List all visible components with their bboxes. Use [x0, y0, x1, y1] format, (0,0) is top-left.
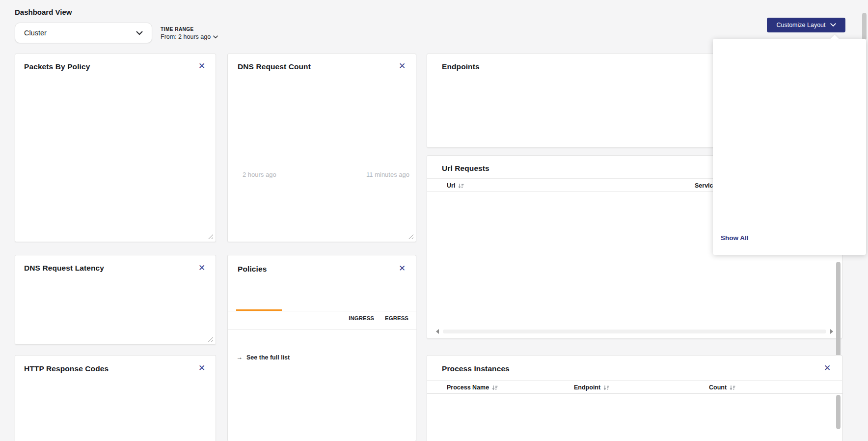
divider	[228, 329, 417, 330]
column-header-url[interactable]: Url	[447, 179, 464, 193]
x-axis-label-left: 2 hours ago	[243, 171, 276, 178]
card-title: DNS Request Latency	[24, 264, 104, 273]
column-header-process-name[interactable]: Process Name	[447, 381, 498, 394]
http-response-codes-card: HTTP Response Codes	[15, 355, 216, 441]
page-title: Dashboard View	[15, 8, 72, 16]
column-header-count[interactable]: Count	[709, 381, 735, 394]
card-title: HTTP Response Codes	[24, 364, 108, 373]
card-title: Endpoints	[442, 62, 480, 71]
see-full-list-link[interactable]: → See the full list	[236, 354, 290, 361]
close-icon[interactable]	[197, 61, 207, 71]
arrow-right-icon: →	[236, 354, 243, 361]
time-range-label: TIME RANGE	[161, 27, 218, 32]
column-header-egress: EGRESS	[385, 315, 408, 329]
close-icon[interactable]	[397, 264, 407, 274]
view-selector-value: Cluster	[24, 29, 47, 37]
resize-handle[interactable]	[208, 336, 213, 342]
customize-layout-button[interactable]: Customize Layout	[767, 18, 845, 32]
scroll-right-icon[interactable]	[830, 329, 833, 334]
sort-icon	[730, 385, 735, 390]
close-icon[interactable]	[197, 263, 207, 273]
policies-card: Policies INGRESS EGRESS → See the full l…	[227, 255, 416, 441]
sort-icon	[458, 183, 464, 189]
close-icon[interactable]	[822, 363, 832, 373]
chevron-down-icon	[213, 35, 218, 39]
resize-handle[interactable]	[408, 234, 413, 239]
scroll-left-icon[interactable]	[436, 329, 439, 334]
sort-icon	[492, 385, 498, 390]
time-range: TIME RANGE From: 2 hours ago	[161, 27, 218, 40]
menu-notch	[831, 35, 839, 43]
chevron-down-icon	[136, 31, 143, 35]
process-instances-card: Process Instances Process Name Endpoint …	[427, 355, 842, 441]
close-icon[interactable]	[397, 61, 407, 71]
divider	[228, 311, 417, 311]
show-all-link[interactable]: Show All	[721, 234, 749, 242]
view-selector[interactable]: Cluster	[15, 23, 152, 43]
time-range-value[interactable]: From: 2 hours ago	[161, 33, 218, 40]
area-chart	[257, 78, 410, 167]
close-icon[interactable]	[197, 363, 207, 373]
page-scrollbar[interactable]	[862, 13, 867, 40]
table-header: Process Name Endpoint Count	[427, 380, 843, 394]
column-header-endpoint[interactable]: Endpoint	[574, 381, 609, 394]
horizontal-scrollbar[interactable]	[434, 329, 835, 334]
card-title: Policies	[238, 265, 267, 274]
heatmap-grid	[15, 383, 217, 441]
bar-chart	[48, 79, 196, 203]
vertical-scrollbar[interactable]	[836, 395, 841, 429]
x-axis-label-right: 11 minutes ago	[366, 171, 409, 178]
column-header-ingress: INGRESS	[349, 315, 374, 329]
card-title: DNS Request Count	[238, 62, 311, 71]
dns-request-latency-card: DNS Request Latency	[15, 255, 216, 345]
card-title: Process Instances	[442, 364, 510, 373]
resize-handle[interactable]	[208, 234, 213, 239]
dns-request-count-card: DNS Request Count 2 hours ago 11 minutes…	[227, 54, 416, 242]
card-title: Url Requests	[442, 164, 489, 173]
chevron-down-icon	[830, 23, 836, 27]
customize-layout-menu: Show All	[713, 39, 866, 255]
packets-by-policy-card: Packets By Policy	[15, 54, 216, 242]
card-title: Packets By Policy	[24, 62, 90, 71]
sort-icon	[603, 385, 609, 390]
